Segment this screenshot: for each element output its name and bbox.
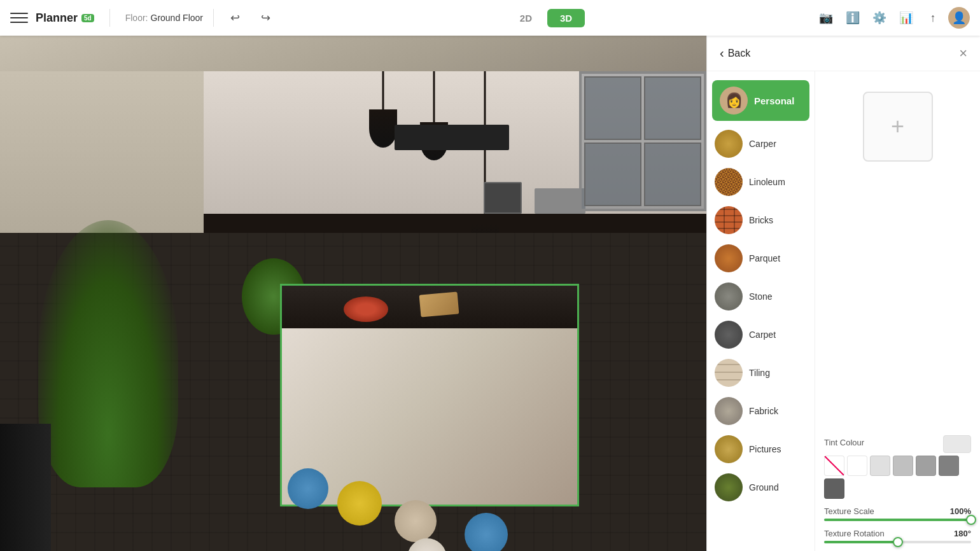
- material-item-parquet[interactable]: Parquet: [707, 239, 815, 277]
- material-item-linoleum[interactable]: Linoleum: [707, 163, 815, 201]
- material-item-bricks[interactable]: Bricks: [707, 201, 815, 239]
- carpet2-thumb: [715, 321, 743, 349]
- view-switcher: 2D 3D: [285, 9, 807, 27]
- stone-thumb: [715, 282, 743, 310]
- oven: [484, 182, 522, 214]
- color-swatch-mid-gray[interactable]: [893, 456, 913, 476]
- material-item-tiling[interactable]: Tiling: [707, 354, 815, 392]
- app-logo: Planner 5d: [36, 11, 94, 25]
- floor-label: Floor:: [125, 13, 148, 23]
- kitchen-island[interactable]: [280, 284, 579, 506]
- app-name: Planner: [36, 11, 78, 25]
- undo-button[interactable]: ↩: [224, 6, 247, 29]
- texture-scale-fill: [824, 519, 971, 521]
- linoleum-thumb: [715, 168, 743, 196]
- texture-scale-thumb[interactable]: [966, 515, 976, 525]
- texture-rotation-label: Texture Rotation: [824, 529, 885, 538]
- personal-item[interactable]: 👩 Personal: [712, 80, 809, 121]
- stool-blue-right: [465, 513, 508, 551]
- floor-value: Ground Floor: [151, 13, 203, 23]
- texture-rotation-slider[interactable]: [824, 541, 971, 543]
- close-button[interactable]: ×: [959, 46, 967, 60]
- panel-spacer: [824, 182, 971, 428]
- toolbar-separator: [109, 9, 110, 27]
- tint-label: Tint Colour: [824, 438, 864, 447]
- back-chevron-icon: ‹: [720, 46, 724, 60]
- user-avatar[interactable]: 👤: [948, 7, 970, 29]
- color-swatch-none[interactable]: [824, 456, 844, 476]
- material-panel: ‹ Back × 👩 Personal Carper Linoleum: [706, 36, 980, 551]
- color-swatch-near-black[interactable]: [824, 478, 844, 499]
- view-2d-button[interactable]: 2D: [507, 9, 545, 27]
- material-item-pictures[interactable]: Pictures: [707, 430, 815, 468]
- texture-scale-value: 100%: [950, 506, 971, 516]
- stool-blue-left: [288, 468, 328, 509]
- personal-avatar: 👩: [720, 87, 748, 115]
- color-swatch-dark-gray[interactable]: [916, 456, 936, 476]
- material-item-stone[interactable]: Stone: [707, 277, 815, 316]
- back-button[interactable]: ‹ Back: [720, 46, 750, 60]
- toolbar-right: 📷 ℹ️ ⚙️ 📊 ↑ 👤: [815, 6, 970, 29]
- carper-label: Carper: [749, 139, 776, 149]
- stool-beige: [395, 500, 437, 542]
- menu-icon[interactable]: [10, 9, 28, 27]
- share-button[interactable]: ↑: [921, 6, 944, 29]
- tiling-label: Tiling: [749, 368, 770, 378]
- settings-button[interactable]: ⚙️: [868, 6, 891, 29]
- tint-row: Tint Colour: [824, 435, 971, 453]
- back-label: Back: [728, 48, 751, 59]
- texture-scale-row: Texture Scale 100%: [824, 506, 971, 516]
- color-palette: [824, 456, 971, 499]
- cutting-board: [419, 291, 459, 317]
- fabrick-thumb: [715, 397, 743, 425]
- camera-button[interactable]: 📷: [815, 6, 837, 29]
- sink: [535, 188, 585, 214]
- glass-cabinet: [579, 71, 706, 211]
- color-swatch-charcoal[interactable]: [939, 456, 959, 476]
- color-swatch-light-gray[interactable]: [870, 456, 890, 476]
- tint-color-box[interactable]: [943, 435, 971, 453]
- texture-rotation-section: Texture Rotation 180°: [824, 529, 971, 543]
- tint-section: Tint Colour: [824, 435, 971, 499]
- plant-monstera: [38, 220, 178, 487]
- add-texture-button[interactable]: +: [863, 92, 933, 162]
- material-item-carpet2[interactable]: Carpet: [707, 316, 815, 354]
- material-item-fabrick[interactable]: Fabrick: [707, 392, 815, 430]
- redo-button[interactable]: ↪: [255, 6, 277, 29]
- hanging-lamp-1: [369, 71, 397, 148]
- floor-selector[interactable]: Floor: Ground Floor: [125, 13, 203, 23]
- carper-thumb: [715, 130, 743, 158]
- texture-scale-slider[interactable]: [824, 519, 971, 521]
- ground-thumb: [715, 473, 743, 501]
- pictures-thumb: [715, 435, 743, 463]
- texture-rotation-value: 180°: [954, 529, 971, 538]
- linoleum-label: Linoleum: [749, 177, 785, 187]
- texture-rotation-thumb[interactable]: [893, 537, 903, 547]
- pictures-label: Pictures: [749, 444, 781, 454]
- material-list: 👩 Personal Carper Linoleum Bricks Parque…: [707, 71, 815, 551]
- material-item-carper[interactable]: Carper: [707, 125, 815, 163]
- tiling-thumb: [715, 359, 743, 387]
- add-texture-area: +: [824, 79, 971, 174]
- bowl: [344, 296, 388, 322]
- stone-label: Stone: [749, 291, 773, 302]
- bricks-thumb: [715, 206, 743, 234]
- counter-top-surface: [204, 214, 706, 233]
- color-swatch-white[interactable]: [847, 456, 867, 476]
- parquet-label: Parquet: [749, 253, 780, 263]
- ground-label: Ground: [749, 482, 779, 492]
- info-button[interactable]: ℹ️: [841, 6, 864, 29]
- range-hood: [395, 125, 509, 150]
- stats-button[interactable]: 📊: [895, 6, 918, 29]
- toolbar-separator-2: [213, 9, 214, 27]
- carpet2-label: Carpet: [749, 330, 776, 340]
- panel-header: ‹ Back ×: [707, 36, 980, 71]
- texture-rotation-fill: [824, 541, 898, 543]
- material-item-ground[interactable]: Ground: [707, 468, 815, 506]
- personal-label: Personal: [754, 95, 794, 106]
- app-badge: 5d: [81, 14, 94, 22]
- bricks-label: Bricks: [749, 215, 773, 225]
- panel-right-content: + Tint Colour: [815, 71, 980, 551]
- view-3d-button[interactable]: 3D: [547, 9, 585, 27]
- stool-yellow: [337, 481, 382, 526]
